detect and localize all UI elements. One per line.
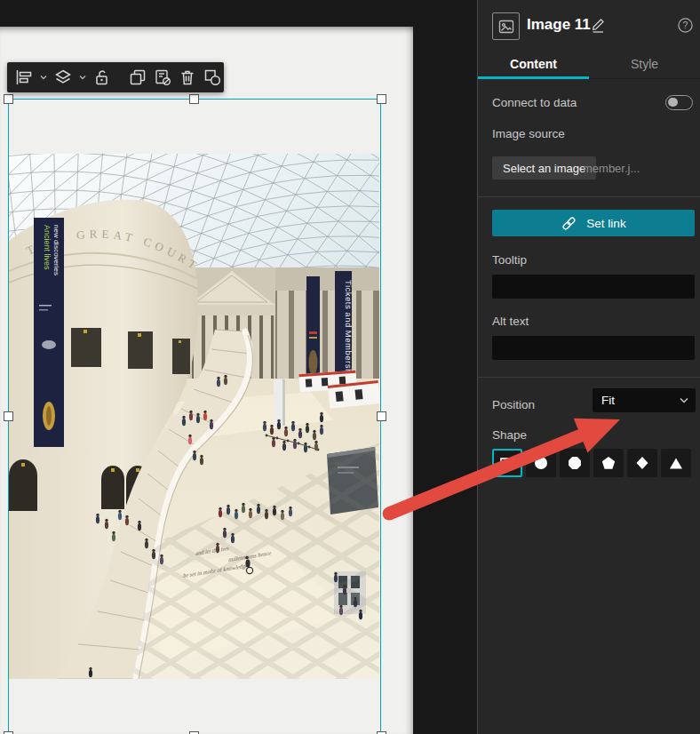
- duplicate-icon: [128, 68, 147, 87]
- tooltip-input[interactable]: [492, 275, 695, 299]
- delete-button[interactable]: [176, 65, 199, 90]
- selection-handle-bottom-left[interactable]: [4, 731, 13, 734]
- settings-panel: Image 11 ? Content Style Connect to data…: [477, 0, 700, 734]
- app-root: Tickets and Membership: [0, 0, 700, 734]
- circle-shape-icon: [533, 455, 549, 471]
- shape-octagon-button[interactable]: [560, 449, 590, 477]
- section-divider: [478, 196, 700, 197]
- image-icon: [497, 18, 515, 36]
- position-select[interactable]: Fit: [593, 388, 696, 412]
- align-dropdown-caret[interactable]: [37, 65, 50, 90]
- banner-left-line1: Ancient lives: [43, 225, 52, 270]
- design-canvas[interactable]: Tickets and Membership: [0, 27, 413, 734]
- selection-handle-middle-right[interactable]: [377, 411, 386, 421]
- combine-shapes-icon: [203, 68, 222, 87]
- banner-left-line2: new discoveries: [52, 225, 60, 275]
- tab-style[interactable]: Style: [589, 50, 700, 78]
- unlock-icon: [92, 68, 112, 87]
- selected-image-widget[interactable]: Tickets and Membership: [9, 154, 379, 679]
- set-link-button[interactable]: Set link: [492, 210, 695, 236]
- combine-shapes-button[interactable]: [201, 65, 224, 90]
- position-label: Position: [492, 398, 535, 411]
- selection-handle-top-left[interactable]: [4, 94, 13, 104]
- widget-toolbar: [7, 62, 224, 92]
- duplicate-button[interactable]: [126, 65, 149, 90]
- toggle-knob: [668, 98, 678, 108]
- shape-label: Shape: [492, 428, 527, 442]
- triangle-shape-icon: [668, 455, 684, 471]
- page-hidden-icon: [153, 68, 172, 87]
- position-value: Fit: [601, 394, 680, 407]
- pencil-icon: [590, 15, 608, 33]
- tab-content[interactable]: Content: [478, 50, 589, 78]
- shape-rectangle-button[interactable]: [492, 449, 522, 477]
- selection-handle-top-right[interactable]: [377, 94, 386, 104]
- image-source-label: Image source: [492, 127, 565, 140]
- tooltip-label: Tooltip: [492, 253, 527, 267]
- connect-to-data-toggle[interactable]: [665, 95, 693, 110]
- widget-title: Image 11: [527, 16, 591, 34]
- shape-circle-button[interactable]: [526, 449, 556, 477]
- connect-to-data-label: Connect to data: [492, 96, 577, 109]
- alt-text-label: Alt text: [492, 315, 529, 328]
- align-icon: [14, 68, 34, 87]
- arrange-layers-button[interactable]: [52, 65, 75, 90]
- set-link-label: Set link: [586, 217, 625, 230]
- banner-ancient-lives: Ancient lives new discoveries: [34, 218, 64, 447]
- help-button[interactable]: ?: [678, 18, 693, 36]
- selection-handle-bottom-middle[interactable]: [189, 731, 199, 734]
- arrange-dropdown-caret[interactable]: [76, 65, 89, 90]
- octagon-shape-icon: [567, 455, 583, 471]
- selection-handle-middle-left[interactable]: [4, 411, 13, 421]
- chevron-down-icon: [39, 68, 48, 87]
- hide-page-button[interactable]: [151, 65, 174, 90]
- banner-tickets-text: Tickets and Membership: [344, 280, 354, 381]
- panel-header: Image 11 ?: [478, 0, 700, 50]
- lock-toggle-button[interactable]: [91, 65, 114, 90]
- alt-text-input[interactable]: [492, 336, 695, 360]
- selection-handle-bottom-right[interactable]: [377, 731, 386, 734]
- rename-widget-button[interactable]: [590, 15, 608, 36]
- align-button[interactable]: [12, 65, 36, 90]
- shape-pentagon-button[interactable]: [593, 449, 624, 477]
- diamond-shape-icon: [634, 455, 650, 471]
- shape-triangle-button[interactable]: [661, 449, 691, 477]
- selection-handle-top-middle[interactable]: [189, 94, 199, 104]
- select-image-button[interactable]: Select an image: [492, 156, 596, 180]
- link-icon: [561, 215, 577, 232]
- image-widget-icon-box: [492, 12, 520, 40]
- svg-text:?: ?: [683, 20, 688, 30]
- layers-icon: [53, 68, 73, 87]
- chevron-down-icon: [680, 397, 688, 403]
- chevron-down-icon: [78, 68, 87, 87]
- shape-diamond-button[interactable]: [627, 449, 657, 477]
- rectangle-shape-icon: [499, 455, 515, 471]
- shape-options: [492, 449, 691, 477]
- pentagon-shape-icon: [601, 455, 616, 471]
- canvas-photo: Tickets and Membership: [9, 154, 379, 679]
- section-divider: [478, 377, 700, 378]
- panel-tabs: Content Style: [478, 50, 700, 79]
- trash-icon: [178, 68, 197, 87]
- image-filename: member.j...: [583, 162, 640, 175]
- help-icon: ?: [678, 18, 693, 33]
